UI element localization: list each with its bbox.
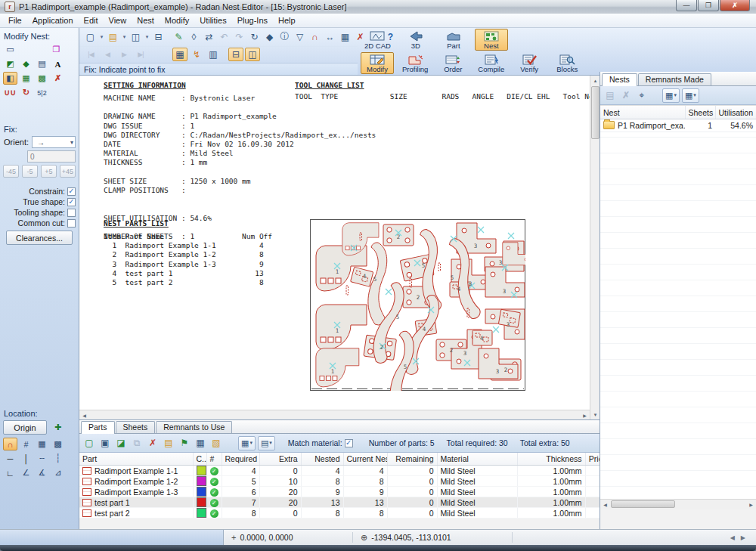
text-icon[interactable]: A — [51, 57, 65, 70]
open-caret-icon[interactable]: ▾ — [121, 30, 128, 44]
renest-icon[interactable]: ▩ — [35, 72, 49, 85]
menu-modify[interactable]: Modify — [160, 14, 194, 26]
locate-nest-icon[interactable]: ⌖ — [635, 88, 649, 102]
table-row[interactable]: test part 2 ✓ 8 0 8 8 0 Mild Steel 1.00m… — [79, 508, 617, 518]
tab-sheets[interactable]: Sheets — [116, 421, 156, 433]
mode-profiling-button[interactable]: Profiling — [398, 52, 432, 74]
sheet-view-icon[interactable]: ▦ — [172, 48, 187, 61]
close-button[interactable]: ✗ — [720, 0, 750, 11]
horizontal-line-icon[interactable]: ─ — [3, 452, 17, 465]
open-nest-icon[interactable]: ▤ — [603, 88, 617, 102]
import-part-icon[interactable]: ▣ — [98, 436, 112, 450]
nest-document[interactable]: SETTING INFORMATION MACHINE NAME : Bystr… — [79, 76, 590, 410]
tab-parts[interactable]: Parts — [81, 421, 115, 434]
panel-scroll-arrows[interactable]: ◀▶ — [730, 534, 756, 541]
fine-grid-icon[interactable]: ▦ — [35, 438, 49, 450]
sheet-grid-icon[interactable]: ▥ — [206, 48, 221, 61]
table-row[interactable]: P1 Radimport_exa... 1 54.6% — [600, 119, 756, 132]
fix-part-icon[interactable]: ◧ — [3, 72, 17, 85]
title-bar[interactable]: r P1 Radimport_example (Radimport_exampl… — [0, 0, 756, 14]
tooling-shape-checkbox[interactable] — [67, 209, 76, 217]
clipboard-icon[interactable]: ▤ — [35, 57, 49, 70]
measure-icon[interactable]: ↔ — [323, 30, 337, 44]
rotate-plus5-button[interactable]: +5 — [41, 165, 57, 178]
table-view-icon[interactable]: ▦ — [194, 436, 207, 450]
first-sheet-icon[interactable]: |◀ — [83, 48, 98, 61]
tab-remnants-made[interactable]: Remnants Made — [638, 73, 711, 85]
scrollbar-thumb[interactable] — [591, 86, 600, 139]
mode-nest-button[interactable]: Nest — [475, 29, 508, 51]
true-shape-checkbox[interactable] — [67, 198, 76, 206]
mode-order-button[interactable]: Order — [436, 52, 469, 74]
rotate-view-icon[interactable]: ↻ — [247, 30, 262, 44]
add-part-icon[interactable]: ◆ — [19, 57, 33, 70]
split-vertical-icon[interactable]: ◫ — [245, 48, 260, 61]
scroll-right-icon[interactable]: ▶ — [746, 500, 756, 509]
document-horizontal-scrollbar[interactable]: ◀ ▶ — [79, 410, 590, 419]
angle-input[interactable] — [27, 150, 76, 163]
mode-modify-button[interactable]: Modify — [361, 52, 394, 74]
open-icon[interactable]: ▤ — [106, 30, 120, 44]
next-sheet-icon[interactable]: ▶ — [116, 48, 132, 61]
common-cut-checkbox[interactable] — [67, 219, 76, 228]
open-part-icon[interactable]: ▤ — [162, 436, 175, 450]
menu-edit[interactable]: Edit — [79, 14, 104, 26]
copy-part-icon[interactable]: ⧉ — [130, 436, 144, 450]
filter-icon[interactable]: ▽ — [293, 30, 307, 44]
orient-dropdown[interactable]: → ▾ — [32, 136, 76, 148]
column-options-dropdown[interactable]: ▤▾ — [258, 436, 275, 450]
edit-icon[interactable]: ✎ — [172, 30, 186, 44]
save-icon[interactable]: ◫ — [129, 30, 143, 44]
offset-v-icon[interactable]: ┆ — [51, 452, 65, 465]
menu-plugins[interactable]: Plug-Ins — [232, 14, 273, 26]
vertical-line-icon[interactable]: │ — [19, 452, 33, 465]
undo-icon[interactable]: ↶ — [217, 30, 231, 44]
menu-view[interactable]: View — [104, 14, 132, 26]
edit-part-icon[interactable]: ▧ — [209, 436, 223, 450]
tab-remnants-to-use[interactable]: Remnants to Use — [156, 421, 232, 433]
flag-icon[interactable]: ⚑ — [178, 436, 191, 450]
mode-verify-button[interactable]: Verify — [513, 52, 546, 74]
menu-utilities[interactable]: Utilities — [194, 14, 231, 26]
info-icon[interactable]: ⓘ — [277, 30, 292, 44]
table-row[interactable]: Radimport Example 1-2 ✓ 5 10 8 8 0 Mild … — [79, 476, 617, 487]
print-icon[interactable]: ⊟ — [151, 30, 166, 44]
match-material-checkbox[interactable] — [345, 439, 353, 447]
table-row[interactable]: Radimport Example 1-3 ✓ 6 20 9 9 0 Mild … — [79, 487, 617, 497]
angle-icon[interactable]: ∠ — [19, 466, 33, 479]
datum-cross-icon[interactable]: ✚ — [51, 421, 65, 434]
scrollbar-thumb[interactable] — [611, 500, 675, 508]
column-options-dropdown[interactable]: ▦▾ — [682, 88, 699, 103]
probe-icon[interactable]: ◊ — [187, 30, 201, 44]
split-count-icon[interactable]: 5|2 — [35, 86, 49, 99]
calculator-icon[interactable]: ▦ — [338, 30, 352, 44]
nest-preview[interactable]: 1 1 1 2 2 2 2 2 3 3 3 3 3 3 3 4 4 4 4 5 … — [310, 219, 525, 391]
new-part-icon[interactable]: ▢ — [82, 436, 96, 450]
offset-h-icon[interactable]: ┄ — [35, 452, 49, 465]
split-horizontal-icon[interactable]: ⊟ — [228, 48, 243, 61]
rotate-minus5-button[interactable]: -5 — [22, 165, 38, 178]
move-part-icon[interactable]: ◩ — [3, 57, 17, 70]
rotate-minus45-button[interactable]: -45 — [3, 165, 19, 178]
mode-part-button[interactable]: Part — [437, 29, 470, 51]
tab-nests[interactable]: Nests — [602, 73, 637, 86]
constrain-checkbox[interactable] — [67, 187, 76, 196]
view-mode-dropdown[interactable]: ▦▾ — [662, 88, 680, 103]
rotate-plus45-button[interactable]: +45 — [60, 165, 76, 178]
delete-icon[interactable]: ✗ — [51, 72, 65, 85]
menu-file[interactable]: File — [3, 14, 27, 26]
menu-help[interactable]: Help — [273, 14, 301, 26]
nests-horizontal-scrollbar[interactable]: ◀ ▶ — [600, 499, 756, 509]
lasso-icon[interactable]: ∪∪ — [3, 86, 17, 99]
menu-nest[interactable]: Nest — [132, 14, 160, 26]
snap-icon[interactable]: ∩ — [308, 30, 322, 44]
previous-sheet-icon[interactable]: ◀ — [100, 48, 115, 61]
maximize-button[interactable]: ❐ — [698, 0, 719, 11]
document-vertical-scrollbar[interactable]: ▲ ▼ — [590, 76, 600, 419]
corner-angle-icon[interactable]: ∟ — [3, 466, 17, 479]
table-row-selected[interactable]: test part 1 ✓ 7 20 13 13 0 Mild Steel 1.… — [79, 497, 617, 508]
origin-button[interactable]: Origin — [3, 420, 47, 435]
exit-nest-icon[interactable]: ❐ — [49, 43, 64, 56]
clearances-button[interactable]: Clearances... — [6, 231, 73, 245]
sheet-outline-icon[interactable]: ▭ — [3, 43, 17, 56]
